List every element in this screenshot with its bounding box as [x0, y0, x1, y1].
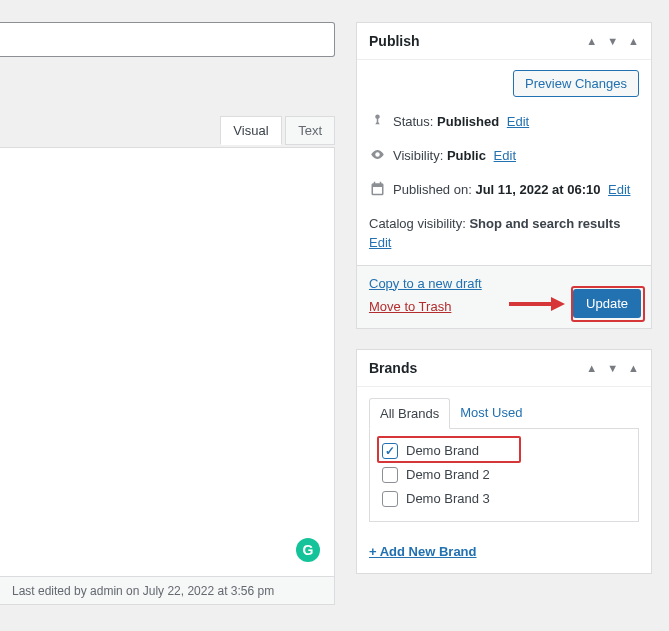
- brand-label: Demo Brand: [406, 443, 479, 458]
- brand-item[interactable]: Demo Brand 3: [380, 487, 628, 511]
- brands-metabox: Brands ▲ ▼ ▲ All Brands Most Used Demo B…: [356, 349, 652, 574]
- brand-item[interactable]: Demo Brand: [380, 439, 628, 463]
- pin-icon: [369, 113, 385, 128]
- publish-title: Publish: [369, 33, 420, 49]
- editor-content[interactable]: G: [0, 147, 335, 577]
- tab-all-brands[interactable]: All Brands: [369, 398, 450, 429]
- last-edited-text: Last edited by admin on July 22, 2022 at…: [12, 584, 274, 598]
- move-down-icon[interactable]: ▼: [607, 362, 618, 374]
- edit-status-link[interactable]: Edit: [507, 114, 529, 129]
- brand-list: Demo Brand Demo Brand 2 Demo Brand 3: [369, 429, 639, 522]
- status-value: Published: [437, 114, 499, 129]
- move-up-icon[interactable]: ▲: [586, 35, 597, 47]
- published-label: Published on:: [393, 182, 475, 197]
- editor-status-bar: Last edited by admin on July 22, 2022 at…: [0, 577, 335, 605]
- preview-changes-button[interactable]: Preview Changes: [513, 70, 639, 97]
- status-label: Status:: [393, 114, 437, 129]
- publish-header: Publish ▲ ▼ ▲: [357, 23, 651, 60]
- catalog-value: Shop and search results: [469, 216, 620, 231]
- tab-text[interactable]: Text: [285, 116, 335, 145]
- visibility-value: Public: [447, 148, 486, 163]
- tab-visual[interactable]: Visual: [220, 116, 281, 145]
- edit-visibility-link[interactable]: Edit: [494, 148, 516, 163]
- eye-icon: [369, 147, 385, 162]
- edit-catalog-link[interactable]: Edit: [369, 235, 391, 250]
- brands-header: Brands ▲ ▼ ▲: [357, 350, 651, 387]
- checkbox-icon[interactable]: [382, 467, 398, 483]
- title-input[interactable]: [0, 22, 335, 57]
- collapse-icon[interactable]: ▲: [628, 35, 639, 47]
- checkbox-icon[interactable]: [382, 443, 398, 459]
- collapse-icon[interactable]: ▲: [628, 362, 639, 374]
- publish-actions: Copy to a new draft Move to Trash Update: [357, 265, 651, 328]
- brand-label: Demo Brand 2: [406, 467, 490, 482]
- brands-title: Brands: [369, 360, 417, 376]
- brand-label: Demo Brand 3: [406, 491, 490, 506]
- publish-metabox: Publish ▲ ▼ ▲ Preview Changes Status: Pu…: [356, 22, 652, 329]
- published-value: Jul 11, 2022 at 06:10: [475, 182, 600, 197]
- grammarly-icon[interactable]: G: [296, 538, 320, 562]
- tab-most-used[interactable]: Most Used: [450, 398, 532, 429]
- add-new-brand-link[interactable]: + Add New Brand: [357, 534, 651, 573]
- move-up-icon[interactable]: ▲: [586, 362, 597, 374]
- editor-tabs: Visual Text: [0, 115, 335, 144]
- catalog-label: Catalog visibility:: [369, 216, 469, 231]
- move-down-icon[interactable]: ▼: [607, 35, 618, 47]
- brand-item[interactable]: Demo Brand 2: [380, 463, 628, 487]
- calendar-icon: [369, 181, 385, 196]
- checkbox-icon[interactable]: [382, 491, 398, 507]
- visibility-label: Visibility:: [393, 148, 447, 163]
- update-button[interactable]: Update: [573, 289, 641, 318]
- edit-date-link[interactable]: Edit: [608, 182, 630, 197]
